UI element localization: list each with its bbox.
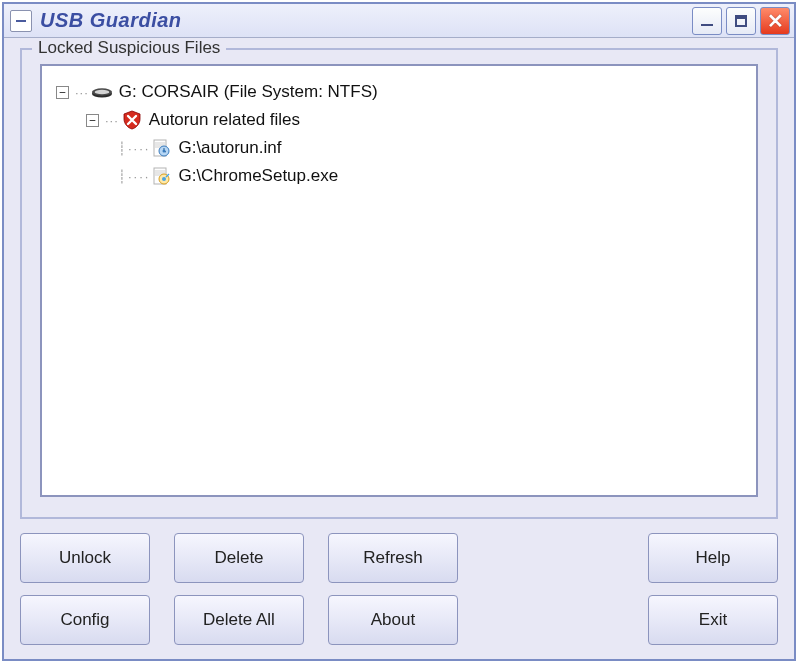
close-icon: ✕ bbox=[767, 11, 784, 31]
system-menu-button[interactable] bbox=[10, 10, 32, 32]
svg-point-8 bbox=[162, 177, 166, 181]
svg-point-2 bbox=[95, 90, 110, 95]
locked-files-group: Locked Suspicious Files − ··· G: CORSAIR… bbox=[20, 48, 778, 519]
group-label: Locked Suspicious Files bbox=[32, 38, 226, 58]
window-title: USB Guardian bbox=[40, 9, 692, 32]
close-button[interactable]: ✕ bbox=[760, 7, 790, 35]
minimize-button[interactable] bbox=[692, 7, 722, 35]
inf-file-icon bbox=[150, 139, 172, 157]
spacer bbox=[482, 595, 624, 645]
svg-point-5 bbox=[163, 150, 166, 153]
minimize-icon bbox=[701, 24, 713, 26]
shield-alert-icon bbox=[121, 111, 143, 129]
about-button[interactable]: About bbox=[328, 595, 458, 645]
tree-node-file[interactable]: ┊···· G:\ChromeSetup.exe bbox=[56, 162, 746, 190]
delete-button[interactable]: Delete bbox=[174, 533, 304, 583]
tree-connector: ··· bbox=[75, 85, 89, 100]
config-button[interactable]: Config bbox=[20, 595, 150, 645]
tree-node-category[interactable]: − ··· Autorun related files bbox=[56, 106, 746, 134]
button-row: Unlock Delete Refresh Help Config Delete… bbox=[20, 533, 778, 645]
dash-icon bbox=[16, 20, 26, 22]
drive-label: G: CORSAIR (File System: NTFS) bbox=[119, 82, 378, 102]
unlock-button[interactable]: Unlock bbox=[20, 533, 150, 583]
help-button[interactable]: Help bbox=[648, 533, 778, 583]
refresh-button[interactable]: Refresh bbox=[328, 533, 458, 583]
tree-connector: ┊···· bbox=[118, 141, 150, 156]
usb-drive-icon bbox=[91, 83, 113, 101]
tree-node-file[interactable]: ┊···· G:\autorun.inf bbox=[56, 134, 746, 162]
tree-connector: ··· bbox=[105, 113, 119, 128]
titlebar: USB Guardian ✕ bbox=[4, 4, 794, 38]
delete-all-button[interactable]: Delete All bbox=[174, 595, 304, 645]
category-label: Autorun related files bbox=[149, 110, 300, 130]
tree-connector: ┊···· bbox=[118, 169, 150, 184]
maximize-button[interactable] bbox=[726, 7, 756, 35]
expander-icon[interactable]: − bbox=[56, 86, 69, 99]
maximize-icon bbox=[735, 15, 747, 27]
client-area: Locked Suspicious Files − ··· G: CORSAIR… bbox=[4, 38, 794, 659]
expander-icon[interactable]: − bbox=[86, 114, 99, 127]
exit-button[interactable]: Exit bbox=[648, 595, 778, 645]
file-tree[interactable]: − ··· G: CORSAIR (File System: NTFS) − ·… bbox=[40, 64, 758, 497]
spacer bbox=[482, 533, 624, 583]
file-label: G:\ChromeSetup.exe bbox=[178, 166, 338, 186]
exe-file-icon bbox=[150, 167, 172, 185]
titlebar-buttons: ✕ bbox=[692, 7, 790, 35]
file-label: G:\autorun.inf bbox=[178, 138, 281, 158]
tree-node-drive[interactable]: − ··· G: CORSAIR (File System: NTFS) bbox=[56, 78, 746, 106]
app-window: USB Guardian ✕ Locked Suspicious Files −… bbox=[2, 2, 796, 661]
